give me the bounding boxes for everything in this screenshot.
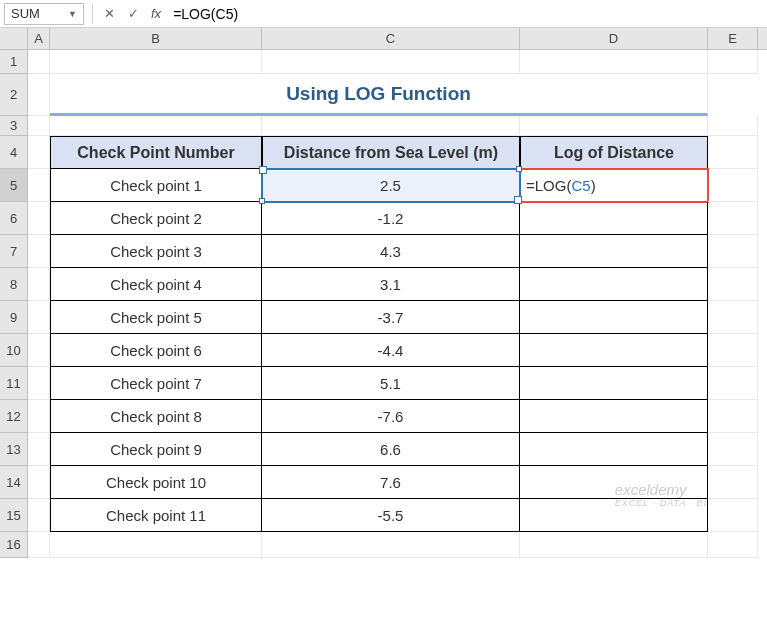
cell-c1[interactable] bbox=[262, 50, 520, 74]
cell-a10[interactable] bbox=[28, 334, 50, 367]
cell-c5[interactable]: 2.5 bbox=[262, 169, 520, 202]
cell-a16[interactable] bbox=[28, 532, 50, 558]
cell-b6[interactable]: Check point 2 bbox=[50, 202, 262, 235]
cell-e10[interactable] bbox=[708, 334, 758, 367]
cell-b12[interactable]: Check point 8 bbox=[50, 400, 262, 433]
cell-d16[interactable] bbox=[520, 532, 708, 558]
row-header-3[interactable]: 3 bbox=[0, 116, 28, 136]
cell-e1[interactable] bbox=[708, 50, 758, 74]
row-header-8[interactable]: 8 bbox=[0, 268, 28, 301]
cell-c10[interactable]: -4.4 bbox=[262, 334, 520, 367]
cell-b13[interactable]: Check point 9 bbox=[50, 433, 262, 466]
cell-a1[interactable] bbox=[28, 50, 50, 74]
cell-e4[interactable] bbox=[708, 136, 758, 169]
cell-e6[interactable] bbox=[708, 202, 758, 235]
cell-c16[interactable] bbox=[262, 532, 520, 558]
cell-d14[interactable] bbox=[520, 466, 708, 499]
cell-c13[interactable]: 6.6 bbox=[262, 433, 520, 466]
cell-b5[interactable]: Check point 1 bbox=[50, 169, 262, 202]
cell-c3[interactable] bbox=[262, 116, 520, 136]
cell-c15[interactable]: -5.5 bbox=[262, 499, 520, 532]
cell-d15[interactable] bbox=[520, 499, 708, 532]
row-header-6[interactable]: 6 bbox=[0, 202, 28, 235]
cell-d8[interactable] bbox=[520, 268, 708, 301]
select-all-corner[interactable] bbox=[0, 28, 28, 49]
row-header-10[interactable]: 10 bbox=[0, 334, 28, 367]
cell-b8[interactable]: Check point 4 bbox=[50, 268, 262, 301]
cell-d6[interactable] bbox=[520, 202, 708, 235]
cell-a15[interactable] bbox=[28, 499, 50, 532]
row-header-11[interactable]: 11 bbox=[0, 367, 28, 400]
cell-a7[interactable] bbox=[28, 235, 50, 268]
col-header-b[interactable]: B bbox=[50, 28, 262, 49]
row-header-2[interactable]: 2 bbox=[0, 74, 28, 116]
cell-a4[interactable] bbox=[28, 136, 50, 169]
cell-e3[interactable] bbox=[708, 116, 758, 136]
cell-c9[interactable]: -3.7 bbox=[262, 301, 520, 334]
cell-e11[interactable] bbox=[708, 367, 758, 400]
cell-c11[interactable]: 5.1 bbox=[262, 367, 520, 400]
cell-c14[interactable]: 7.6 bbox=[262, 466, 520, 499]
cell-b10[interactable]: Check point 6 bbox=[50, 334, 262, 367]
cell-d13[interactable] bbox=[520, 433, 708, 466]
cell-c6[interactable]: -1.2 bbox=[262, 202, 520, 235]
table-header-name[interactable]: Check Point Number bbox=[50, 136, 262, 169]
row-header-14[interactable]: 14 bbox=[0, 466, 28, 499]
cell-a2[interactable] bbox=[28, 74, 50, 116]
cell-a6[interactable] bbox=[28, 202, 50, 235]
cell-d10[interactable] bbox=[520, 334, 708, 367]
cell-a3[interactable] bbox=[28, 116, 50, 136]
cell-e12[interactable] bbox=[708, 400, 758, 433]
col-header-d[interactable]: D bbox=[520, 28, 708, 49]
cell-c7[interactable]: 4.3 bbox=[262, 235, 520, 268]
col-header-a[interactable]: A bbox=[28, 28, 50, 49]
cell-d7[interactable] bbox=[520, 235, 708, 268]
cell-a14[interactable] bbox=[28, 466, 50, 499]
cell-d12[interactable] bbox=[520, 400, 708, 433]
row-header-12[interactable]: 12 bbox=[0, 400, 28, 433]
table-header-log[interactable]: Log of Distance bbox=[520, 136, 708, 169]
col-header-c[interactable]: C bbox=[262, 28, 520, 49]
cell-e9[interactable] bbox=[708, 301, 758, 334]
cell-a5[interactable] bbox=[28, 169, 50, 202]
cell-b15[interactable]: Check point 11 bbox=[50, 499, 262, 532]
fx-icon[interactable]: fx bbox=[151, 6, 161, 21]
row-header-13[interactable]: 13 bbox=[0, 433, 28, 466]
cell-d9[interactable] bbox=[520, 301, 708, 334]
cell-b16[interactable] bbox=[50, 532, 262, 558]
cell-b1[interactable] bbox=[50, 50, 262, 74]
cell-b14[interactable]: Check point 10 bbox=[50, 466, 262, 499]
row-header-1[interactable]: 1 bbox=[0, 50, 28, 74]
row-header-4[interactable]: 4 bbox=[0, 136, 28, 169]
cell-a12[interactable] bbox=[28, 400, 50, 433]
row-header-15[interactable]: 15 bbox=[0, 499, 28, 532]
cell-a11[interactable] bbox=[28, 367, 50, 400]
row-header-16[interactable]: 16 bbox=[0, 532, 28, 558]
name-box-dropdown-icon[interactable]: ▼ bbox=[68, 9, 77, 19]
cell-e8[interactable] bbox=[708, 268, 758, 301]
cell-a8[interactable] bbox=[28, 268, 50, 301]
cell-c8[interactable]: 3.1 bbox=[262, 268, 520, 301]
table-header-distance[interactable]: Distance from Sea Level (m) bbox=[262, 136, 520, 169]
row-header-5[interactable]: 5 bbox=[0, 169, 28, 202]
cell-a13[interactable] bbox=[28, 433, 50, 466]
col-header-e[interactable]: E bbox=[708, 28, 758, 49]
cell-e13[interactable] bbox=[708, 433, 758, 466]
cell-e5[interactable] bbox=[708, 169, 758, 202]
title-merged-cell[interactable]: Using LOG Function bbox=[50, 74, 708, 116]
cell-b3[interactable] bbox=[50, 116, 262, 136]
cell-b11[interactable]: Check point 7 bbox=[50, 367, 262, 400]
cell-e14[interactable] bbox=[708, 466, 758, 499]
row-header-9[interactable]: 9 bbox=[0, 301, 28, 334]
cell-e7[interactable] bbox=[708, 235, 758, 268]
cell-d11[interactable] bbox=[520, 367, 708, 400]
cell-b9[interactable]: Check point 5 bbox=[50, 301, 262, 334]
cell-e16[interactable] bbox=[708, 532, 758, 558]
cell-e15[interactable] bbox=[708, 499, 758, 532]
cell-b7[interactable]: Check point 3 bbox=[50, 235, 262, 268]
cell-d3[interactable] bbox=[520, 116, 708, 136]
confirm-icon[interactable]: ✓ bbox=[121, 3, 145, 25]
cell-d1[interactable] bbox=[520, 50, 708, 74]
name-box[interactable]: SUM ▼ bbox=[4, 3, 84, 25]
formula-input[interactable] bbox=[167, 3, 767, 25]
